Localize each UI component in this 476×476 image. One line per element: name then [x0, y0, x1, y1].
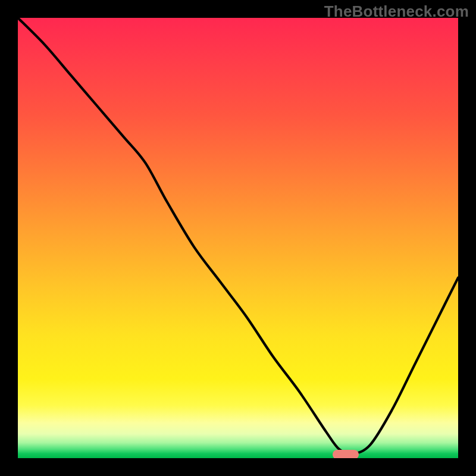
curve-svg: [18, 18, 458, 458]
bottleneck-curve: [18, 18, 458, 454]
plot-area: [18, 18, 458, 458]
minimum-marker: [333, 450, 359, 458]
chart-frame: TheBottleneck.com: [0, 0, 476, 476]
